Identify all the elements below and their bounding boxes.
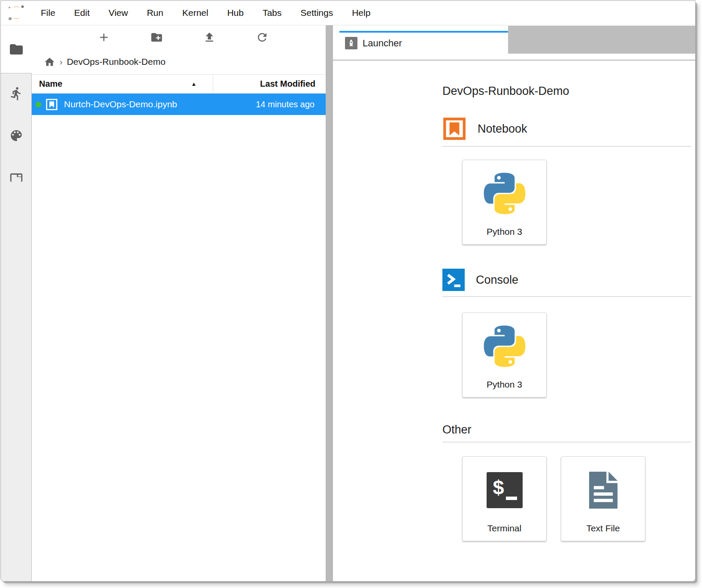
section-label-notebook: Notebook — [478, 122, 527, 136]
menu-edit[interactable]: Edit — [65, 1, 99, 25]
panel-splitter[interactable] — [326, 25, 333, 581]
new-launcher-icon[interactable] — [97, 31, 110, 44]
menu-file[interactable]: File — [31, 1, 65, 25]
text-file-icon — [584, 470, 622, 511]
breadcrumb-separator: › — [60, 57, 63, 67]
python-icon — [481, 170, 529, 218]
tab-launcher[interactable]: Launcher — [339, 31, 508, 54]
activity-bar-lower — [1, 73, 32, 581]
section-header-notebook: Notebook — [442, 117, 691, 141]
tab-bar-strip — [333, 54, 695, 60]
section-divider-other — [442, 442, 691, 443]
notebook-file-icon — [45, 98, 58, 111]
file-row-selected[interactable]: Nurtch-DevOps-Demo.ipynb 14 minutes ago — [32, 94, 326, 115]
file-last-modified: 14 minutes ago — [256, 100, 326, 109]
cards-row-other: $ Terminal — [462, 456, 691, 541]
card-label-python3: Python 3 — [487, 227, 522, 237]
launcher-card-text-file[interactable]: Text File — [561, 456, 645, 541]
file-browser-toolbar — [32, 25, 326, 49]
menu-view[interactable]: View — [99, 1, 137, 25]
cards-row-notebook: Python 3 — [462, 160, 691, 245]
launcher-panel: DevOps-Runbook-Demo Notebook — [333, 61, 695, 581]
name-column-label: Name — [39, 79, 62, 89]
launcher-rocket-icon — [345, 37, 357, 49]
menu-settings[interactable]: Settings — [291, 1, 342, 25]
sort-ascending-icon: ▲ — [191, 81, 197, 87]
launcher-cwd-title: DevOps-Runbook-Demo — [442, 85, 691, 98]
column-header-last-modified[interactable]: Last Modified — [213, 79, 326, 89]
console-icon — [442, 269, 465, 291]
cards-row-console: Python 3 — [462, 312, 691, 397]
file-name: Nurtch-DevOps-Demo.ipynb — [64, 99, 177, 109]
running-sessions-icon[interactable] — [9, 86, 24, 101]
section-label-other: Other — [442, 423, 472, 436]
menu-kernel[interactable]: Kernel — [173, 1, 218, 25]
sidebar-tab-file-browser[interactable] — [1, 25, 32, 73]
launcher-card-notebook-python3[interactable]: Python 3 — [462, 160, 547, 245]
upload-icon[interactable] — [203, 31, 216, 44]
folder-icon — [9, 42, 24, 57]
python-icon — [481, 322, 529, 370]
menu-bar: File Edit View Run Kernel Hub Tabs Setti… — [1, 1, 695, 25]
section-divider-console — [442, 296, 691, 297]
tab-bar: Launcher — [333, 25, 695, 54]
main-area: Launcher DevOps-Runbook-Demo Notebook — [333, 25, 695, 581]
card-label-text-file: Text File — [586, 523, 620, 533]
home-icon[interactable] — [44, 56, 55, 68]
breadcrumb: › DevOps-Runbook-Demo — [32, 49, 326, 74]
kernel-running-dot — [36, 102, 41, 107]
file-list-header: Name ▲ Last Modified — [32, 74, 326, 94]
menu-help[interactable]: Help — [342, 1, 380, 25]
file-browser-panel: › DevOps-Runbook-Demo Name ▲ Last Modifi… — [32, 25, 326, 581]
command-palette-icon[interactable] — [9, 128, 24, 143]
card-label-python3: Python 3 — [487, 379, 522, 390]
section-divider-notebook — [442, 146, 691, 147]
section-header-console: Console — [442, 269, 691, 291]
section-header-other: Other — [442, 423, 691, 436]
open-tabs-icon[interactable] — [9, 170, 24, 185]
notebook-icon — [442, 117, 466, 141]
activity-bar — [1, 25, 32, 581]
menu-hub[interactable]: Hub — [218, 1, 253, 25]
jupyter-logo-icon — [6, 4, 26, 21]
tab-bar-filler — [508, 26, 695, 54]
new-folder-icon[interactable] — [150, 31, 163, 44]
jupyterlab-window: File Edit View Run Kernel Hub Tabs Setti… — [0, 0, 696, 582]
column-header-name[interactable]: Name ▲ — [32, 75, 213, 93]
breadcrumb-current-folder[interactable]: DevOps-Runbook-Demo — [67, 57, 166, 67]
launcher-card-terminal[interactable]: $ Terminal — [462, 456, 547, 541]
launcher-card-console-python3[interactable]: Python 3 — [462, 312, 547, 397]
terminal-icon: $ — [487, 472, 523, 508]
menu-run[interactable]: Run — [137, 1, 173, 25]
card-label-terminal: Terminal — [487, 523, 521, 533]
menu-tabs[interactable]: Tabs — [253, 1, 291, 25]
refresh-icon[interactable] — [256, 31, 269, 44]
section-label-console: Console — [476, 273, 518, 287]
tab-launcher-label: Launcher — [363, 38, 402, 49]
